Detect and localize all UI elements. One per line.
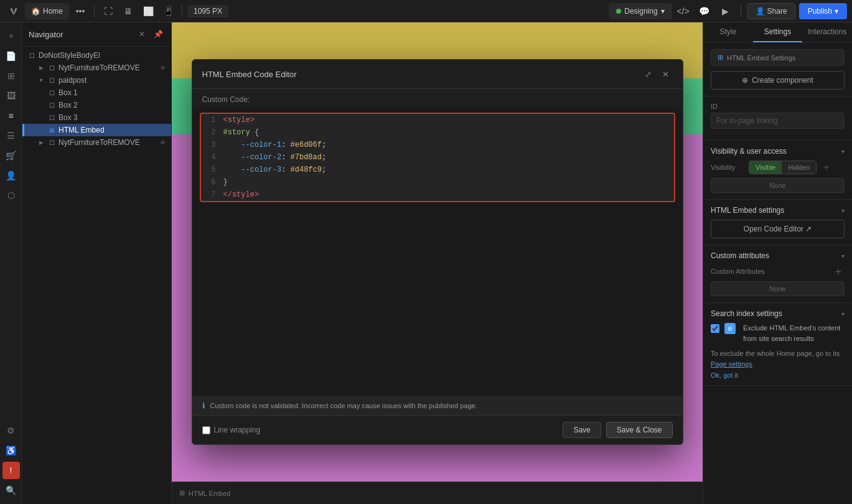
info-icon: ℹ [202,401,205,410]
tab-interactions[interactable]: Interactions [802,22,852,42]
line-wrapping-input[interactable] [202,426,210,434]
tree-item-paidpost[interactable]: ▼ ☐ paidpost [22,74,171,86]
canvas[interactable]: HTML Embed Code Editor ⤢ ✕ Custom Code: … [172,22,703,504]
navigator-close-button[interactable]: ✕ [135,27,149,41]
nav-pages-icon[interactable]: 📄 [2,47,20,65]
code-button[interactable]: </> [675,2,692,20]
arrow-right-icon: ▶ [37,64,45,72]
line-wrapping-checkbox[interactable]: Line wrapping [202,426,261,434]
embed-icon: ⊞ [47,126,56,134]
save-button[interactable]: Save [563,422,601,438]
tree-item-box3[interactable]: ☐ Box 3 [22,111,171,124]
tree-item-donotstyle[interactable]: ☐ DoNotStyleBodyEl [22,49,171,62]
navigator-pin-button[interactable]: 📌 [151,27,165,41]
more-icon: ••• [76,6,85,16]
share-button[interactable]: 👤 Share [747,3,795,19]
topbar-right: </> 💬 ▶ 👤 Share Publish ▾ [675,2,847,20]
exclude-checkbox-row: ⊞ Exclude HTML Embed's content from site… [711,323,845,343]
embed-badge-icon: ⊞ [718,54,723,62]
html-embed-code-section: HTML Embed settings ▾ Open Code Editor ↗ [703,200,852,245]
custom-attr-row: Custom Attributes ＋ [711,265,845,278]
code-line-6: 6 } [201,176,674,189]
separator2 [182,5,182,17]
nav-navigator-icon[interactable]: ≡ [2,107,20,124]
modal-footer: Line wrapping Save Save & Close [192,415,683,444]
add-attribute-button[interactable]: ＋ [832,265,845,278]
open-code-editor-button[interactable]: Open Code Editor ↗ [711,220,845,238]
desktop-view-button[interactable]: 🖥 [119,2,137,20]
modal-header-actions: ⤢ ✕ [642,67,673,81]
more-button[interactable]: ••• [72,2,89,20]
html-embed-code-header[interactable]: HTML Embed settings ▾ [703,200,852,220]
modal-expand-button[interactable]: ⤢ [642,67,655,81]
visible-button[interactable]: Visible [749,161,782,174]
navigator-header: Navigator ✕ 📌 [22,22,171,47]
nav-search-icon[interactable]: 🔍 [2,482,20,499]
tree-item-box2[interactable]: ☐ Box 2 [22,99,171,111]
chevron-down-icon: ▾ [661,7,665,16]
navigator-panel: Navigator ✕ 📌 ☐ DoNotStyleBodyEl ▶ ☐ Nyt… [22,22,172,504]
modal-body: Custom Code: 1 <style> 2 [192,89,683,415]
save-close-button[interactable]: Save & Close [606,422,673,438]
modal-close-button[interactable]: ✕ [659,67,673,81]
tree-item-nyt2[interactable]: ▶ ☐ NytFurnitureToREMOVE 👁 [22,136,171,149]
nav-error-icon[interactable]: ! [2,462,20,479]
nav-apps-icon[interactable]: ⬡ [2,187,20,204]
nav-icons: ＋ 📄 ⊞ 🖼 ≡ ☰ 🛒 👤 ⬡ ⚙ ♿ ! 🔍 [0,22,22,504]
arrow-down-icon: ▼ [37,77,45,84]
main-layout: ＋ 📄 ⊞ 🖼 ≡ ☰ 🛒 👤 ⬡ ⚙ ♿ ! 🔍 Navigator ✕ 📌 … [0,22,852,504]
create-component-button[interactable]: ⊕ Create component [711,71,845,90]
code-line-7: 7 </style> [201,189,674,201]
comment-button[interactable]: 💬 [696,2,713,20]
html-embed-badge: ⊞ HTML Embed Settings [711,49,845,66]
tab-settings[interactable]: Settings [753,22,803,42]
nav-members-icon[interactable]: 👤 [2,167,20,184]
search-index-header[interactable]: Search index settings ▾ [703,303,852,323]
tablet-view-button[interactable]: ⬜ [139,2,157,20]
code-highlight-box: 1 <style> 2 #story { 3 --c [200,113,675,202]
box-icon4: ☐ [47,88,56,97]
tree-item-box1[interactable]: ☐ Box 1 [22,86,171,99]
nav-assets-icon[interactable]: 🖼 [2,87,20,105]
visibility-icon: 👁 [160,65,166,72]
tree-item-nyt1[interactable]: ▶ ☐ NytFurnitureToREMOVE 👁 [22,62,171,74]
hidden-button[interactable]: Hidden [782,161,816,174]
visibility-add-button[interactable]: ＋ [820,161,833,174]
chevron-down-icon5: ▾ [841,253,845,259]
code-line-1: 1 <style> [201,114,674,126]
nav-accessibility-icon[interactable]: ♿ [2,442,20,459]
id-input[interactable] [711,113,845,129]
box-icon6: ☐ [47,113,56,122]
publish-button[interactable]: Publish ▾ [799,3,847,19]
nav-add-icon[interactable]: ＋ [2,27,20,45]
home-button[interactable]: 🏠 Home [25,3,69,19]
custom-attrs-header[interactable]: Custom attributes ▾ [703,245,852,265]
nav-cms-icon[interactable]: ☰ [2,127,20,144]
exclude-info: To exclude the whole Home page, go to it… [711,348,845,369]
nav-settings-icon[interactable]: ⚙ [2,422,20,439]
chevron-down-icon6: ▾ [841,310,845,317]
code-editor[interactable]: 1 <style> 2 #story { 3 --c [192,108,683,396]
attrs-none-button[interactable]: None [711,281,845,296]
none-button[interactable]: None [711,178,845,193]
designing-button[interactable]: Designing ▾ [609,3,672,19]
visibility-section-header[interactable]: Visibility & user access ▾ [703,141,852,161]
custom-attrs-section: Custom attributes ▾ Custom Attributes ＋ … [703,245,852,303]
id-section: ID [703,96,852,141]
page-settings-link[interactable]: Page settings [711,360,752,368]
nav-components-icon[interactable]: ⊞ [2,67,20,85]
preview-button[interactable]: ▶ [717,2,734,20]
phone-view-button[interactable]: 📱 [159,2,177,20]
nav-ecom-icon[interactable]: 🛒 [2,147,20,164]
tree-item-htmlembed[interactable]: ⊞ HTML Embed [22,124,171,136]
code-line-4: 4 --color-2: #7bd8ad; [201,151,674,164]
fullscreen-button[interactable]: ⛶ [100,2,117,20]
ok-got-it-button[interactable]: Ok, got it [711,371,738,379]
webflow-logo[interactable] [5,2,22,20]
visibility-icon2: 👁 [160,139,166,146]
tab-style[interactable]: Style [703,22,753,42]
modal-title: HTML Embed Code Editor [202,70,297,79]
code-line-5: 5 --color-3: #d48fc9; [201,164,674,176]
exclude-checkbox[interactable] [711,324,719,333]
html-embed-settings-section: ⊞ HTML Embed Settings ⊕ Create component [703,43,852,96]
